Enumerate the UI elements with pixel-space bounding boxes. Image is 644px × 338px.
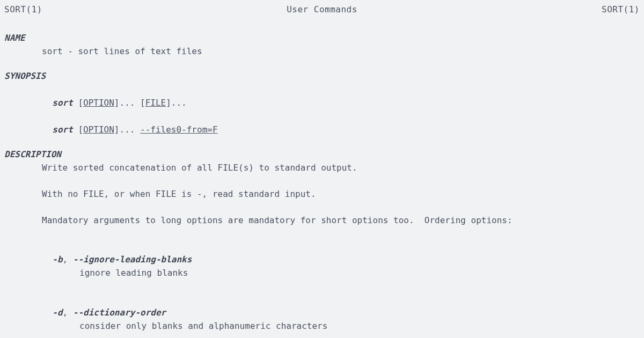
description-p1: Write sorted concatenation of all FILE(s… — [4, 161, 640, 175]
synopsis-line-1: sort [OPTION]... [FILE]... — [4, 83, 640, 110]
synopsis-option: OPTION — [83, 98, 114, 108]
header-left: SORT(1) — [4, 3, 42, 17]
synopsis-line-2: sort [OPTION]... --files0-from=F — [4, 110, 640, 137]
synopsis-option: OPTION — [83, 124, 114, 135]
section-heading-description: DESCRIPTION — [4, 148, 640, 161]
section-heading-name: NAME — [4, 32, 640, 45]
header-center: User Commands — [287, 3, 357, 17]
option-row: -b, --ignore-leading-blanks — [4, 240, 640, 267]
option-desc: consider only blanks and alphanumeric ch… — [4, 320, 640, 333]
option-short: -b — [52, 254, 62, 264]
synopsis-cmd: sort — [52, 98, 73, 108]
manpage-header: SORT(1) User Commands SORT(1) — [4, 3, 640, 17]
option-desc: ignore leading blanks — [4, 267, 640, 280]
option-long: --ignore-leading-blanks — [73, 254, 192, 264]
synopsis-cmd: sort — [52, 124, 73, 135]
section-heading-synopsis: SYNOPSIS — [4, 70, 640, 83]
description-p2: With no FILE, or when FILE is -, read st… — [4, 188, 640, 201]
header-right: SORT(1) — [602, 3, 640, 17]
name-text: sort - sort lines of text files — [4, 45, 640, 58]
option-row: -d, --dictionary-order — [4, 293, 640, 320]
synopsis-file: FILE — [145, 98, 166, 108]
option-long: --dictionary-order — [73, 307, 166, 318]
synopsis-files0: --files0-from=F — [140, 124, 218, 135]
option-short: -d — [52, 307, 62, 318]
description-p3: Mandatory arguments to long options are … — [4, 214, 640, 227]
